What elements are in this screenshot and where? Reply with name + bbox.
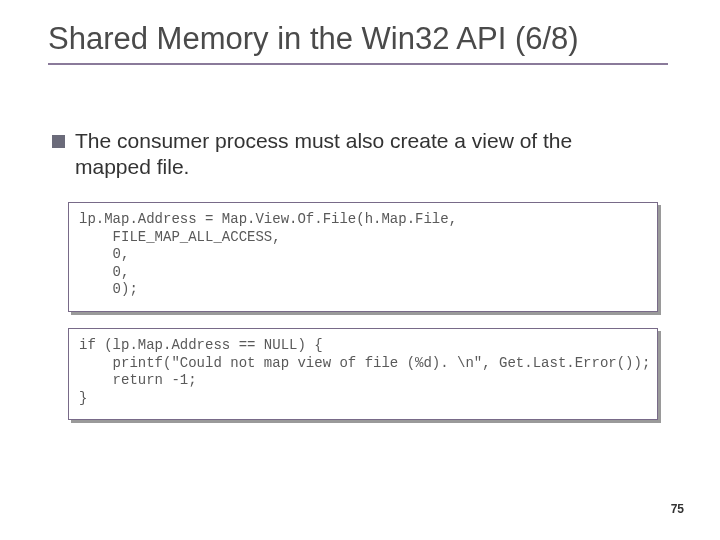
slide: Shared Memory in the Win32 API (6/8) The…	[0, 0, 720, 540]
title-block: Shared Memory in the Win32 API (6/8)	[48, 20, 668, 65]
bullet-text: The consumer process must also create a …	[75, 128, 652, 181]
body-text: The consumer process must also create a …	[52, 128, 652, 181]
slide-title: Shared Memory in the Win32 API (6/8)	[48, 20, 668, 57]
code-block-1: lp.Map.Address = Map.View.Of.File(h.Map.…	[68, 202, 658, 312]
title-underline	[48, 63, 668, 65]
square-bullet-icon	[52, 135, 65, 148]
bullet-item: The consumer process must also create a …	[52, 128, 652, 181]
code-block-2: if (lp.Map.Address == NULL) { printf("Co…	[68, 328, 658, 420]
page-number: 75	[671, 502, 684, 516]
